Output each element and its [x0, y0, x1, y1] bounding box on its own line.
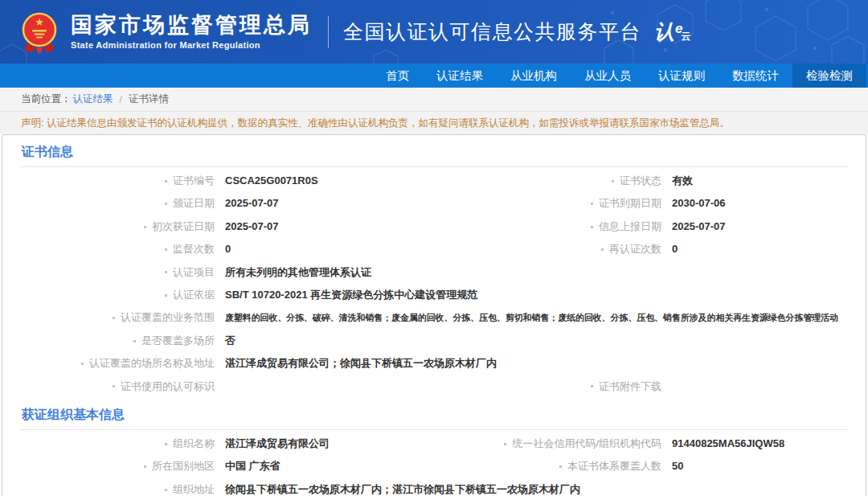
nav-cert-results[interactable]: 认证结果 [423, 64, 497, 88]
bullet-icon [612, 180, 614, 182]
nav-home[interactable]: 首页 [372, 64, 423, 88]
field-row: 认证覆盖的业务范围 废塑料的回收、分拣、破碎、清洗和销售；废金属的回收、分拣、压… [20, 306, 848, 329]
org-name-value: 湛江泽成贸易有限公司 [225, 432, 330, 455]
bullet-icon [144, 465, 146, 468]
breadcrumb: 当前位置： 认证结果 / 证书详情 [0, 88, 868, 111]
multi-site-label: 是否覆盖多场所 [141, 330, 215, 352]
report-date-label: 信息上报日期 [599, 215, 661, 238]
cert-status-value: 有效 [672, 170, 693, 192]
org-name-cn: 国家市场监督管理总局 [71, 14, 312, 36]
breadcrumb-current: 证书详情 [129, 92, 169, 106]
field-row: 颁证日期 2025-07-07 证书到期日期 2030-07-06 [20, 192, 848, 215]
accreditation-mark-label: 证书使用的认可标识 [121, 375, 215, 398]
bullet-icon [601, 248, 604, 251]
issue-date-label: 颁证日期 [173, 192, 215, 215]
field-row: 组织地址 徐闻县下桥镇五一农场原木材厂内；湛江市徐闻县下桥镇五一农场原木材厂内 [20, 478, 848, 496]
covered-people-value: 50 [672, 455, 683, 478]
report-date-value: 2025-07-07 [672, 215, 726, 238]
field-row: 认证覆盖的场所名称及地址 湛江泽成贸易有限公司；徐闻县下桥镇五一农场原木材厂内 [20, 352, 848, 375]
certificate-detail-panel: 证书信息 证书编号 CSCA25G0071R0S 证书状态 有效 颁证日期 20… [2, 134, 866, 496]
notice-bar: 声明: 认证结果信息由颁发证书的认证机构提供，数据的真实性、准确性由认证机构负责… [0, 111, 868, 134]
first-issue-date-value: 2025-07-07 [225, 215, 279, 238]
country-region-label: 所在国别地区 [152, 455, 215, 478]
renyun-logo-icon: 认 e 云 [654, 22, 690, 42]
field-row: 是否覆盖多场所 否 [20, 330, 848, 352]
cert-basis-label: 认证依据 [173, 284, 215, 306]
site-name-address-label: 认证覆盖的场所名称及地址 [89, 352, 215, 375]
national-emblem-icon: ★ [19, 11, 59, 53]
logo-ren: 认 [654, 22, 674, 42]
field-row: 监督次数 0 再认证次数 0 [20, 238, 848, 260]
issue-date-value: 2025-07-07 [225, 192, 279, 215]
field-row: 认证依据 SB/T 10720-2021 再生资源绿色分拣中心建设管理规范 [20, 284, 848, 306]
field-row: 证书使用的认可标识 证书附件下载 [20, 375, 848, 398]
cert-no-value: CSCA25G0071R0S [225, 170, 318, 192]
notice-text: 声明: 认证结果信息由颁发证书的认证机构提供，数据的真实性、准确性由认证机构负责… [21, 117, 730, 130]
header-divider [328, 16, 329, 48]
bullet-icon [144, 226, 146, 228]
section-title-certificate-info: 证书信息 [20, 135, 848, 167]
certificate-fields: 证书编号 CSCA25G0071R0S 证书状态 有效 颁证日期 2025-07… [20, 167, 848, 398]
org-fields: 组织名称 湛江泽成贸易有限公司 统一社会信用代码/组织机构代码 91440825… [20, 430, 848, 496]
breadcrumb-separator: / [120, 94, 122, 105]
credit-code-label: 统一社会信用代码/组织机构代码 [512, 432, 661, 455]
site-name-address-value: 湛江泽成贸易有限公司；徐闻县下桥镇五一农场原木材厂内 [225, 352, 497, 375]
recert-count-label: 再认证次数 [609, 238, 661, 260]
breadcrumb-link-cert-results[interactable]: 认证结果 [73, 92, 113, 106]
site-header: ★ 国家市场监督管理总局 State Administration for Ma… [0, 0, 868, 64]
supervision-count-value: 0 [225, 238, 231, 260]
credit-code-value: 91440825MA56JIQW58 [672, 432, 784, 455]
bullet-icon [113, 385, 115, 387]
bullet-icon [165, 443, 167, 445]
field-row: 证书编号 CSCA25G0071R0S 证书状态 有效 [20, 170, 848, 192]
expire-date-value: 2030-07-06 [672, 192, 726, 215]
logo-yun: 云 [681, 31, 690, 41]
org-address-label: 组织地址 [173, 478, 215, 496]
bullet-icon [165, 248, 167, 251]
bullet-icon [504, 443, 506, 445]
nav-agencies[interactable]: 从业机构 [497, 64, 571, 88]
main-nav: 首页 认证结果 从业机构 从业人员 认证规则 数据统计 检验检测 [0, 64, 868, 88]
cert-project-value: 所有未列明的其他管理体系认证 [225, 261, 371, 284]
bullet-icon [133, 340, 136, 342]
bullet-icon [591, 203, 593, 205]
breadcrumb-prefix: 当前位置： [21, 92, 72, 106]
nav-statistics[interactable]: 数据统计 [719, 64, 792, 88]
supervision-count-label: 监督次数 [173, 238, 215, 260]
bullet-icon [165, 180, 167, 182]
section-title-org-basic-info: 获证组织基本信息 [20, 398, 848, 430]
nav-personnel[interactable]: 从业人员 [571, 64, 645, 88]
business-scope-value: 废塑料的回收、分拣、破碎、清洗和销售；废金属的回收、分拣、压包、剪切和销售；废纸… [225, 306, 838, 329]
country-region-value: 中国 广东省 [225, 455, 280, 478]
cert-status-label: 证书状态 [620, 170, 661, 192]
bullet-icon [165, 294, 167, 297]
bullet-icon [165, 489, 167, 491]
cert-no-label: 证书编号 [173, 170, 215, 192]
svg-text:★: ★ [35, 16, 44, 28]
field-row: 认证项目 所有未列明的其他管理体系认证 [20, 261, 848, 284]
nav-cert-rules[interactable]: 认证规则 [645, 64, 719, 88]
multi-site-value: 否 [225, 330, 235, 352]
cert-project-label: 认证项目 [173, 261, 215, 284]
business-scope-label: 认证覆盖的业务范围 [121, 306, 215, 329]
attachment-download-label: 证书附件下载 [599, 375, 661, 398]
cert-basis-value: SB/T 10720-2021 再生资源绿色分拣中心建设管理规范 [225, 284, 477, 306]
covered-people-label: 本证书体系覆盖人数 [567, 455, 661, 478]
bullet-icon [113, 317, 115, 319]
bullet-icon [591, 226, 593, 228]
bullet-icon [559, 465, 562, 468]
nav-inspection[interactable]: 检验检测 [792, 64, 866, 88]
org-name-en: State Administration for Market Regulati… [71, 40, 312, 50]
bullet-icon [165, 203, 167, 205]
field-row: 组织名称 湛江泽成贸易有限公司 统一社会信用代码/组织机构代码 91440825… [20, 432, 848, 455]
field-row: 初次获证日期 2025-07-07 信息上报日期 2025-07-07 [20, 215, 848, 238]
expire-date-label: 证书到期日期 [599, 192, 661, 215]
org-title-block: 国家市场监督管理总局 State Administration for Mark… [71, 14, 312, 50]
platform-title: 全国认证认可信息公共服务平台 [343, 18, 641, 45]
first-issue-date-label: 初次获证日期 [152, 215, 215, 238]
org-name-label: 组织名称 [173, 432, 215, 455]
field-row: 所在国别地区 中国 广东省 本证书体系覆盖人数 50 [20, 455, 848, 478]
recert-count-value: 0 [672, 238, 678, 260]
org-address-value: 徐闻县下桥镇五一农场原木材厂内；湛江市徐闻县下桥镇五一农场原木材厂内 [225, 478, 580, 496]
bullet-icon [165, 271, 167, 273]
